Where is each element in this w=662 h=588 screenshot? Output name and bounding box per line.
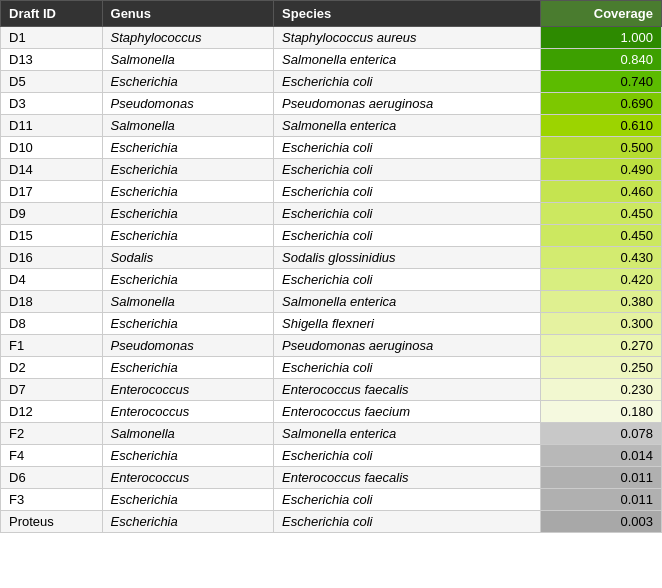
cell-draft-id: D12 [1, 401, 103, 423]
table-row: F1PseudomonasPseudomonas aeruginosa0.270 [1, 335, 662, 357]
cell-species: Escherichia coli [274, 71, 541, 93]
header-genus: Genus [102, 1, 274, 27]
cell-species: Salmonella enterica [274, 49, 541, 71]
cell-draft-id: Proteus [1, 511, 103, 533]
cell-draft-id: D17 [1, 181, 103, 203]
cell-genus: Escherichia [102, 137, 274, 159]
table-row: D10EscherichiaEscherichia coli0.500 [1, 137, 662, 159]
cell-draft-id: D4 [1, 269, 103, 291]
cell-coverage: 0.490 [540, 159, 661, 181]
cell-genus: Escherichia [102, 489, 274, 511]
cell-coverage: 0.460 [540, 181, 661, 203]
cell-genus: Salmonella [102, 423, 274, 445]
cell-draft-id: D1 [1, 27, 103, 49]
cell-species: Escherichia coli [274, 445, 541, 467]
cell-genus: Pseudomonas [102, 93, 274, 115]
cell-draft-id: D18 [1, 291, 103, 313]
cell-draft-id: D9 [1, 203, 103, 225]
cell-genus: Escherichia [102, 511, 274, 533]
cell-coverage: 1.000 [540, 27, 661, 49]
cell-species: Pseudomonas aeruginosa [274, 93, 541, 115]
cell-coverage: 0.230 [540, 379, 661, 401]
cell-genus: Escherichia [102, 225, 274, 247]
table-row: D5EscherichiaEscherichia coli0.740 [1, 71, 662, 93]
cell-species: Salmonella enterica [274, 115, 541, 137]
cell-species: Enterococcus faecium [274, 401, 541, 423]
cell-coverage: 0.840 [540, 49, 661, 71]
cell-coverage: 0.003 [540, 511, 661, 533]
table-row: D12EnterococcusEnterococcus faecium0.180 [1, 401, 662, 423]
table-row: D16SodalisSodalis glossinidius0.430 [1, 247, 662, 269]
cell-species: Salmonella enterica [274, 423, 541, 445]
cell-draft-id: D3 [1, 93, 103, 115]
cell-genus: Escherichia [102, 71, 274, 93]
cell-coverage: 0.270 [540, 335, 661, 357]
cell-draft-id: F2 [1, 423, 103, 445]
table-row: D15EscherichiaEscherichia coli0.450 [1, 225, 662, 247]
cell-draft-id: D10 [1, 137, 103, 159]
cell-genus: Escherichia [102, 269, 274, 291]
cell-coverage: 0.740 [540, 71, 661, 93]
cell-draft-id: D13 [1, 49, 103, 71]
cell-draft-id: D14 [1, 159, 103, 181]
table-row: D6EnterococcusEnterococcus faecalis0.011 [1, 467, 662, 489]
cell-coverage: 0.450 [540, 225, 661, 247]
cell-genus: Staphylococcus [102, 27, 274, 49]
table-row: D8EscherichiaShigella flexneri0.300 [1, 313, 662, 335]
cell-species: Staphylococcus aureus [274, 27, 541, 49]
table-row: D18SalmonellaSalmonella enterica0.380 [1, 291, 662, 313]
cell-species: Pseudomonas aeruginosa [274, 335, 541, 357]
cell-genus: Salmonella [102, 291, 274, 313]
table-row: D3PseudomonasPseudomonas aeruginosa0.690 [1, 93, 662, 115]
cell-draft-id: D5 [1, 71, 103, 93]
cell-coverage: 0.250 [540, 357, 661, 379]
cell-species: Escherichia coli [274, 225, 541, 247]
cell-coverage: 0.690 [540, 93, 661, 115]
cell-draft-id: D11 [1, 115, 103, 137]
cell-coverage: 0.180 [540, 401, 661, 423]
cell-species: Escherichia coli [274, 489, 541, 511]
cell-genus: Enterococcus [102, 401, 274, 423]
cell-coverage: 0.011 [540, 467, 661, 489]
table-row: D11SalmonellaSalmonella enterica0.610 [1, 115, 662, 137]
table-row: D4EscherichiaEscherichia coli0.420 [1, 269, 662, 291]
cell-species: Enterococcus faecalis [274, 379, 541, 401]
cell-genus: Enterococcus [102, 379, 274, 401]
cell-genus: Escherichia [102, 445, 274, 467]
cell-species: Escherichia coli [274, 203, 541, 225]
header-draft-id: Draft ID [1, 1, 103, 27]
cell-genus: Escherichia [102, 357, 274, 379]
cell-coverage: 0.430 [540, 247, 661, 269]
table-row: D1StaphylococcusStaphylococcus aureus1.0… [1, 27, 662, 49]
table-row: D17EscherichiaEscherichia coli0.460 [1, 181, 662, 203]
cell-draft-id: F4 [1, 445, 103, 467]
cell-coverage: 0.014 [540, 445, 661, 467]
header-species: Species [274, 1, 541, 27]
cell-species: Sodalis glossinidius [274, 247, 541, 269]
cell-genus: Salmonella [102, 115, 274, 137]
cell-coverage: 0.500 [540, 137, 661, 159]
cell-coverage: 0.420 [540, 269, 661, 291]
table-row: D13SalmonellaSalmonella enterica0.840 [1, 49, 662, 71]
table-row: D9EscherichiaEscherichia coli0.450 [1, 203, 662, 225]
cell-draft-id: F3 [1, 489, 103, 511]
coverage-table: Draft ID Genus Species Coverage D1Staphy… [0, 0, 662, 533]
header-coverage: Coverage [540, 1, 661, 27]
cell-genus: Escherichia [102, 159, 274, 181]
cell-coverage: 0.011 [540, 489, 661, 511]
table-row: D7EnterococcusEnterococcus faecalis0.230 [1, 379, 662, 401]
cell-genus: Enterococcus [102, 467, 274, 489]
cell-coverage: 0.610 [540, 115, 661, 137]
cell-coverage: 0.078 [540, 423, 661, 445]
table-row: ProteusEscherichiaEscherichia coli0.003 [1, 511, 662, 533]
table-row: F3EscherichiaEscherichia coli0.011 [1, 489, 662, 511]
cell-draft-id: D7 [1, 379, 103, 401]
cell-draft-id: D2 [1, 357, 103, 379]
cell-genus: Escherichia [102, 203, 274, 225]
table-row: F4EscherichiaEscherichia coli0.014 [1, 445, 662, 467]
cell-species: Escherichia coli [274, 159, 541, 181]
cell-genus: Escherichia [102, 181, 274, 203]
cell-genus: Salmonella [102, 49, 274, 71]
cell-species: Escherichia coli [274, 181, 541, 203]
cell-genus: Pseudomonas [102, 335, 274, 357]
